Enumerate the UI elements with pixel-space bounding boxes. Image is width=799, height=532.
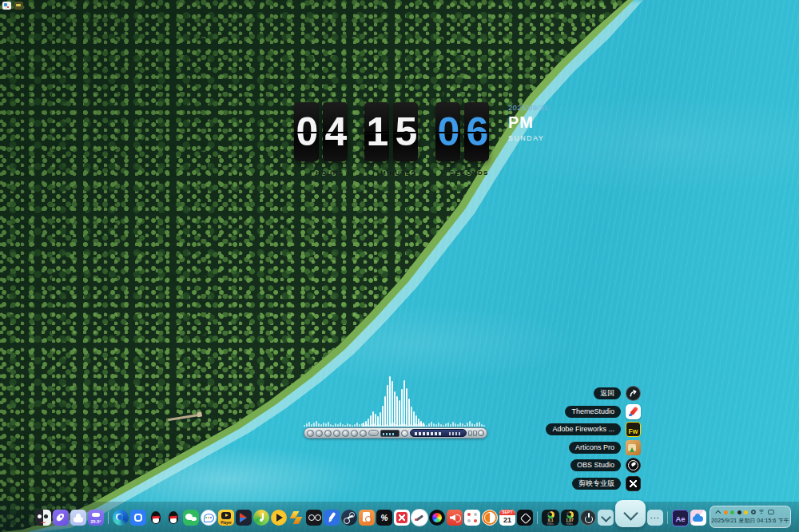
- dock-separator: [537, 511, 538, 524]
- gear-icon[interactable]: [751, 510, 756, 514]
- dock-icon-percent-app[interactable]: %: [376, 510, 392, 526]
- tray-app-dark-icon[interactable]: [737, 510, 741, 514]
- shortcut-obs[interactable]: OBS Studio: [511, 458, 641, 473]
- capcut-icon: [626, 476, 641, 491]
- shortcut-back-label: 返回: [594, 387, 621, 399]
- player-track-display: [410, 429, 467, 437]
- dock-icons: 25.5° Player % SEPT: [35, 510, 706, 527]
- dock-icon-launcher-rocket[interactable]: [53, 510, 69, 526]
- dock-icon-color-wheel[interactable]: [429, 510, 445, 526]
- player-eq-button[interactable]: [468, 431, 472, 436]
- shortcut-fireworks[interactable]: Adobe Fireworks ... Fw: [511, 422, 641, 437]
- spectrum-main: [363, 376, 424, 427]
- seconds-label: SECONDS: [450, 169, 489, 177]
- player-play-button[interactable]: [324, 430, 332, 437]
- dock-icon-video-player[interactable]: Player: [218, 510, 234, 526]
- minutes-cards: 1 5: [364, 102, 418, 161]
- minutes-label: MINUTES: [380, 169, 416, 177]
- hours-label: HOURS: [316, 169, 344, 177]
- desktop-mini-icon-1[interactable]: [2, 2, 11, 10]
- minute-digit-card: 1: [364, 102, 389, 161]
- dock-icon-volume-app[interactable]: [447, 510, 463, 526]
- player-volume-knob[interactable]: [401, 430, 408, 437]
- dock-icon-aimp[interactable]: [271, 510, 287, 526]
- dock-icon-qq-2[interactable]: [165, 510, 181, 526]
- shortcut-articons[interactable]: Articons Pro: [511, 440, 641, 455]
- second-digit-card: 0: [435, 102, 460, 161]
- dock-more-button[interactable]: ···: [647, 510, 663, 526]
- app-shortcuts: 返回 ThemeStudio Adobe Fireworks ... Fw Ar…: [511, 386, 641, 494]
- player-bar: [304, 427, 487, 439]
- minute-digit-card: 5: [393, 102, 418, 161]
- dock-icon-blue-frame-app[interactable]: [130, 510, 146, 526]
- dock-collapse-button[interactable]: [598, 510, 614, 526]
- dock-icon-edge-browser[interactable]: [113, 510, 129, 526]
- desktop: 0 4 1 5 0 6 HOURS MINUTES SECONDS 2025/0…: [0, 0, 799, 532]
- tray-datetime[interactable]: 2025/9/21 星期日 04:15:6 下午: [710, 517, 790, 525]
- player-next-button[interactable]: [360, 430, 367, 437]
- player-rewind-button[interactable]: [316, 430, 323, 437]
- dock-icon-chat-bubble-app[interactable]: [201, 510, 217, 526]
- articons-icon: [626, 440, 641, 455]
- dock-icon-contrast-app[interactable]: [482, 510, 498, 526]
- obs-icon: [626, 458, 641, 473]
- player-pause-button[interactable]: [333, 430, 340, 437]
- player-forward-button[interactable]: [351, 430, 358, 437]
- player-prev-button[interactable]: [307, 430, 314, 437]
- tray-app-yellow-icon[interactable]: [744, 510, 748, 514]
- system-tray[interactable]: 2025/9/21 星期日 04:15:6 下午: [710, 506, 791, 528]
- dock-icon-file-search[interactable]: [359, 510, 375, 526]
- dock-show-desktop-button[interactable]: [615, 500, 646, 527]
- input-method-icon[interactable]: [768, 510, 774, 514]
- hour-digit-card: 0: [294, 102, 319, 161]
- clock-weekday: SUNDAY: [508, 134, 564, 142]
- net-gauge-icon: [566, 511, 574, 518]
- dock-icon-weather[interactable]: 25.5°: [88, 510, 104, 526]
- dock-icon-goggles-app[interactable]: [306, 510, 322, 526]
- player-playlist-button[interactable]: [473, 431, 477, 436]
- dock-icon-steam[interactable]: [341, 510, 357, 526]
- dock-icon-assistant[interactable]: [35, 510, 51, 526]
- player-stop-button[interactable]: [342, 430, 349, 437]
- tray-app-orange-icon[interactable]: [724, 510, 728, 514]
- dock-icon-qq[interactable]: [148, 510, 164, 526]
- shortcut-capcut[interactable]: 剪映专业版: [511, 476, 641, 491]
- dock-icon-blue-pen-app[interactable]: [324, 510, 340, 526]
- tray-app-green-icon[interactable]: [730, 510, 734, 514]
- dock-icon-qq-music[interactable]: [253, 510, 269, 526]
- player-mode-button[interactable]: [368, 430, 379, 436]
- player-right-controls: [468, 430, 484, 436]
- hours-cards: 0 4: [294, 102, 348, 161]
- dock-net-upload[interactable]: 0.1 KB/s: [542, 510, 559, 526]
- shortcut-back[interactable]: 返回: [511, 386, 641, 401]
- dock-icon-wechat[interactable]: [183, 510, 199, 526]
- wifi-icon[interactable]: [758, 510, 765, 515]
- dock-icon-calendar[interactable]: SEPT 21: [499, 510, 515, 526]
- tray-icons: [710, 506, 790, 514]
- shortcut-capcut-label: 剪映专业版: [572, 478, 621, 490]
- chevron-up-icon[interactable]: [715, 510, 721, 515]
- dock-icon-diamond-app[interactable]: [517, 510, 533, 526]
- dock-icon-media-editor[interactable]: [236, 510, 252, 526]
- clock-date: 2025/09/21: [508, 103, 564, 112]
- dock-icon-winamp[interactable]: [288, 510, 304, 526]
- dock-net-download[interactable]: 1.07 KB/s: [561, 510, 578, 526]
- net-gauge-icon: [547, 511, 555, 518]
- desktop-mini-icon-2[interactable]: [14, 2, 23, 10]
- seconds-cards: 0 6: [435, 102, 489, 161]
- dock-power-button[interactable]: [580, 510, 596, 526]
- fireworks-icon: Fw: [626, 422, 641, 437]
- player-mini-display: [380, 430, 400, 437]
- dock-icon-dots-grid-app[interactable]: [464, 510, 480, 526]
- dock-icon-cloud-sync[interactable]: [690, 510, 706, 526]
- dock-icon-after-effects[interactable]: Ae: [672, 510, 689, 526]
- flip-clock-widget: 0 4 1 5 0 6 HOURS MINUTES SECONDS 2025/0…: [294, 102, 558, 182]
- shortcut-fireworks-label: Adobe Fireworks ...: [546, 423, 621, 435]
- hour-digit-card: 4: [323, 102, 348, 161]
- dock-icon-color-picker[interactable]: [411, 510, 427, 526]
- theme-studio-icon: [626, 404, 641, 419]
- shortcut-themestudio[interactable]: ThemeStudio: [511, 404, 641, 419]
- player-seek-knob[interactable]: [478, 430, 484, 436]
- dock-icon-cloud-app[interactable]: [70, 510, 86, 526]
- dock-icon-red-x-app[interactable]: [394, 510, 410, 526]
